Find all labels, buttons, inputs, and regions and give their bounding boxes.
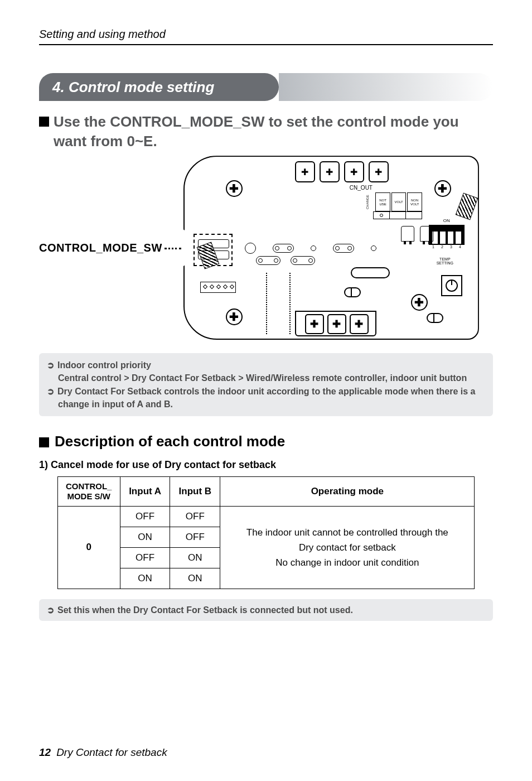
square-bullet-icon <box>39 437 49 447</box>
cell-operating-mode: The indoor unit cannot be controlled thr… <box>220 506 475 589</box>
note-2-line2: change in input of A and B. <box>47 398 485 411</box>
control-mode-sw-highlight <box>194 234 233 266</box>
footnote-box: ➲ Set this when the Dry Contact For Setb… <box>39 599 493 621</box>
page-number: 12 <box>39 746 51 759</box>
arrow-bullet-icon: ➲ <box>47 385 54 398</box>
control-mode-sw-label: CONTROL_MODE_SW <box>39 242 162 254</box>
footer-title: Dry Contact for setback <box>56 746 167 759</box>
cn-out-label: CN_OUT <box>350 185 373 191</box>
temp-setting-label: TEMP SETTING <box>433 257 457 265</box>
screw-icon: ✚ <box>226 180 243 197</box>
dotted-guide-icon <box>289 273 291 334</box>
note-1-title: Indoor control priority <box>57 359 151 372</box>
oval-component-icon <box>344 287 361 297</box>
leader-line-icon <box>165 248 181 249</box>
mid-components-icon <box>245 243 376 254</box>
connector-icon: ✚ <box>295 161 315 182</box>
instruction-heading: Use the CONTROL_MODE_SW to set the contr… <box>39 112 493 151</box>
notes-box: ➲ Indoor control priority Central contro… <box>39 353 493 416</box>
note-1-body: Central control > Dry Contact For Setbac… <box>47 372 485 384</box>
th-operating-mode: Operating mode <box>220 476 475 506</box>
instruction-line1: Use the CONTROL_MODE_SW to set the contr… <box>54 112 459 132</box>
instruction-line2: want from 0~E. <box>54 132 459 151</box>
pill-title: 4. Control mode setting <box>52 79 214 96</box>
cell-r1b: OFF <box>170 506 220 527</box>
cell-r1a: OFF <box>120 506 170 527</box>
footnote-text: Set this when the Dry Contact For Setbac… <box>57 604 353 616</box>
cell-r3a: OFF <box>120 547 170 568</box>
dip-numbers: 1234 <box>429 245 465 249</box>
arrow-bullet-icon: ➲ <box>47 604 54 616</box>
connector-icon: ✚ <box>320 161 340 182</box>
subsection-1: 1) Cancel mode for use of Dry contact fo… <box>39 459 493 471</box>
th-input-b: Input B <box>170 476 220 506</box>
cell-r4b: ON <box>170 568 220 589</box>
control-mode-table: CONTROL_ MODE S/W Input A Input B Operat… <box>57 476 475 589</box>
pcb-diagram: CONTROL_MODE_SW ✚ ✚ ✚ ✚ CN_OUT ✚ ✚ ✚ ✚ C… <box>39 156 493 340</box>
section-title-pill: 4. Control mode setting <box>39 73 493 102</box>
screw-icon: ✚ <box>411 294 428 311</box>
dip-on-label: ON <box>429 218 465 223</box>
th-input-a: Input A <box>120 476 170 506</box>
section-header: Setting and using method <box>39 28 166 40</box>
th-control-mode-sw: CONTROL_ MODE S/W <box>57 476 120 506</box>
cell-r3b: ON <box>170 547 220 568</box>
dip-switch-icon <box>429 225 465 245</box>
bottom-connectors: ✚ ✚ ✚ <box>305 314 369 334</box>
dotted-guide-icon <box>266 273 267 334</box>
jumper-block-icon: CHANGE NOTUSE VOLT NONVOLT <box>361 192 422 211</box>
connector-icon: ✚ <box>344 161 364 182</box>
cell-r4a: ON <box>120 568 170 589</box>
square-bullet-icon <box>39 117 49 127</box>
note-2-line1: Dry Contact For Setback controls the ind… <box>57 385 475 398</box>
connector-icon: ✚ <box>369 161 389 182</box>
oval-component-icon <box>427 313 443 323</box>
description-heading-text: Description of each control mode <box>55 433 285 450</box>
cell-r2a: ON <box>120 527 170 547</box>
page-footer: 12 Dry Contact for setback <box>39 746 493 759</box>
cell-sw-value: 0 <box>57 506 120 589</box>
screw-icon: ✚ <box>226 308 243 325</box>
button-component-icon <box>351 267 390 278</box>
screw-icon: ✚ <box>434 180 451 197</box>
arrow-bullet-icon: ➲ <box>47 359 54 372</box>
capacitor-icon <box>401 226 433 242</box>
cell-r2b: OFF <box>170 527 220 547</box>
description-heading: Description of each control mode <box>39 433 493 450</box>
rotary-switch-icon <box>441 275 462 296</box>
